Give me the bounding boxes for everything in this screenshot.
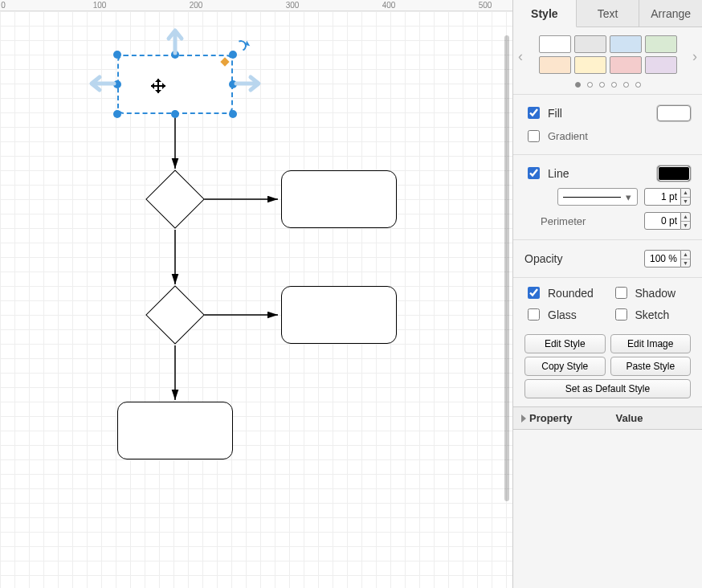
tab-arrange[interactable]: Arrange xyxy=(639,0,702,27)
panel-tabs: Style Text Arrange xyxy=(513,0,702,27)
shape-decision[interactable] xyxy=(154,294,196,336)
edit-style-button[interactable]: Edit Style xyxy=(524,334,606,353)
canvas[interactable] xyxy=(0,11,512,588)
ruler-label: 300 xyxy=(286,1,300,10)
perimeter-stepper[interactable]: ▲▼ xyxy=(644,212,691,230)
ruler-horizontal: 0 100 200 300 400 500 xyxy=(0,0,512,11)
line-color[interactable] xyxy=(657,165,691,182)
property-table-header: Property Value xyxy=(513,406,702,430)
tab-style[interactable]: Style xyxy=(513,0,577,27)
swatch[interactable] xyxy=(539,35,571,53)
perimeter-input[interactable] xyxy=(644,212,681,230)
sketch-checkbox[interactable]: Sketch xyxy=(612,306,692,323)
step-up[interactable]: ▲ xyxy=(681,189,690,198)
resize-handle[interactable] xyxy=(113,51,121,59)
resize-handle[interactable] xyxy=(113,110,121,118)
pager-dot[interactable] xyxy=(575,82,581,88)
ruler-label: 0 xyxy=(1,1,6,10)
step-down[interactable]: ▼ xyxy=(681,259,690,267)
gradient-checkbox[interactable]: Gradient xyxy=(524,128,588,145)
ruler-label: 100 xyxy=(93,1,107,10)
swatch[interactable] xyxy=(574,56,606,74)
resize-handle[interactable] xyxy=(229,110,237,118)
rounded-checkbox[interactable]: Rounded xyxy=(524,284,604,301)
swatch[interactable] xyxy=(574,35,606,53)
pager-dot[interactable] xyxy=(635,82,641,88)
perimeter-label: Perimeter xyxy=(541,215,586,227)
format-panel: Style Text Arrange ‹ › Fill xyxy=(512,0,702,588)
step-down[interactable]: ▼ xyxy=(681,222,690,230)
shape-rect-selected[interactable] xyxy=(117,55,233,114)
swatch[interactable] xyxy=(645,56,677,74)
line-style-select[interactable]: ▾ xyxy=(557,188,638,206)
shape-process[interactable] xyxy=(281,170,397,228)
resize-handle[interactable] xyxy=(229,51,237,59)
move-cursor-icon xyxy=(151,79,165,93)
opacity-input[interactable] xyxy=(644,250,681,267)
direction-arrow-left[interactable] xyxy=(87,76,114,94)
edit-image-button[interactable]: Edit Image xyxy=(610,334,692,353)
direction-arrow-right[interactable] xyxy=(236,76,263,94)
palette-prev[interactable]: ‹ xyxy=(518,48,523,65)
shadow-checkbox[interactable]: Shadow xyxy=(612,284,692,301)
shape-process[interactable] xyxy=(281,286,397,344)
pager-dot[interactable] xyxy=(599,82,605,88)
ruler-label: 400 xyxy=(382,1,396,10)
ruler-label: 200 xyxy=(190,1,203,10)
pager-dot[interactable] xyxy=(587,82,593,88)
line-width-input[interactable] xyxy=(644,188,681,206)
line-width-stepper[interactable]: ▲▼ xyxy=(644,188,691,206)
scrollbar-vertical[interactable] xyxy=(504,35,509,501)
tab-text[interactable]: Text xyxy=(577,0,640,27)
rotate-handle[interactable] xyxy=(234,39,248,53)
step-down[interactable]: ▼ xyxy=(681,198,690,206)
direction-arrow-up[interactable] xyxy=(167,26,183,55)
disclosure-icon[interactable] xyxy=(521,414,526,423)
resize-handle[interactable] xyxy=(171,110,179,118)
fill-checkbox[interactable]: Fill xyxy=(524,104,562,121)
copy-style-button[interactable]: Copy Style xyxy=(524,357,606,376)
style-palette: ‹ › xyxy=(513,27,702,77)
shape-decision[interactable] xyxy=(154,178,196,220)
line-checkbox[interactable]: Line xyxy=(524,165,569,182)
swatch[interactable] xyxy=(610,35,642,53)
step-up[interactable]: ▲ xyxy=(681,213,690,222)
swatch[interactable] xyxy=(539,56,571,74)
ruler-label: 500 xyxy=(479,1,492,10)
pager-dot[interactable] xyxy=(623,82,629,88)
canvas-area[interactable]: 0 100 200 300 400 500 xyxy=(0,0,512,588)
opacity-label: Opacity xyxy=(524,252,562,265)
glass-checkbox[interactable]: Glass xyxy=(524,306,604,323)
fill-label: Fill xyxy=(548,107,562,120)
paste-style-button[interactable]: Paste Style xyxy=(610,357,692,376)
step-up[interactable]: ▲ xyxy=(681,251,690,259)
set-default-style-button[interactable]: Set as Default Style xyxy=(524,379,691,398)
swatch[interactable] xyxy=(645,35,677,53)
fill-color[interactable] xyxy=(657,105,691,121)
swatch[interactable] xyxy=(610,56,642,74)
shape-process[interactable] xyxy=(117,402,233,459)
palette-pager xyxy=(513,77,702,94)
line-label: Line xyxy=(548,167,569,180)
pager-dot[interactable] xyxy=(611,82,617,88)
opacity-stepper[interactable]: ▲▼ xyxy=(644,250,691,267)
palette-next[interactable]: › xyxy=(692,48,697,65)
gradient-label: Gradient xyxy=(548,130,588,142)
